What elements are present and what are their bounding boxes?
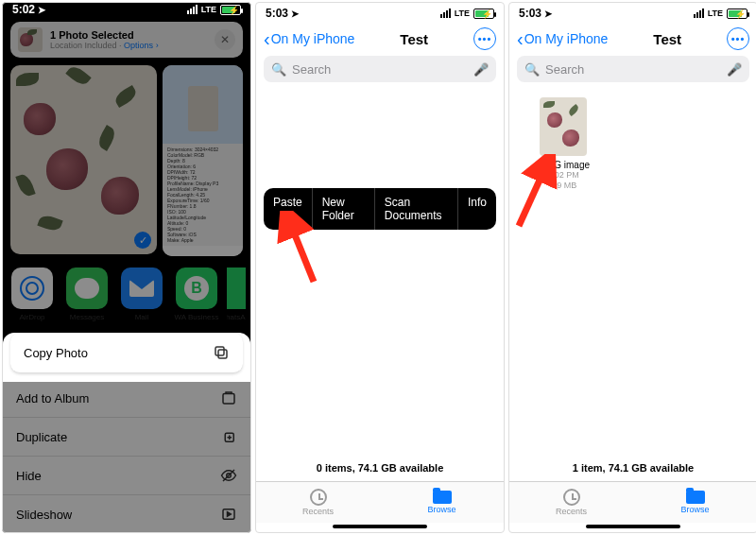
files-body[interactable]: Paste New Folder Scan Documents Info [256,88,504,457]
context-menu-arrow [284,215,298,222]
search-placeholder: Search [545,62,584,77]
file-name: JPEG image [534,160,593,170]
location-icon: ➤ [291,9,299,19]
file-item[interactable]: JPEG image 5:02 PM 4.9 MB [534,97,593,191]
options-link[interactable]: Options [124,41,153,50]
whatsapp-business-icon: B [176,268,217,309]
network-label: LTE [201,5,216,14]
whatsapp-business-button[interactable]: B WA Business [172,268,221,321]
clock-icon [310,489,327,506]
search-icon: 🔍 [271,62,286,77]
duplicate-action[interactable]: Duplicate [3,418,250,457]
mail-icon [121,268,163,309]
footer-info: 1 item, 74.1 GB available [509,457,756,481]
ellipsis-icon: ••• [478,33,492,44]
slideshow-action[interactable]: Slideshow [3,495,250,533]
nav-bar: ‹ On My iPhone Test ••• [509,24,756,54]
back-button[interactable]: ‹ On My iPhone [264,31,354,46]
signal-icon [694,9,704,18]
clock-icon [563,489,580,506]
file-size: 4.9 MB [534,181,593,191]
copy-photo-action[interactable]: Copy Photo [10,333,243,373]
network-label: LTE [455,9,470,18]
duplicate-icon [220,428,237,445]
messages-button[interactable]: Messages [62,268,112,321]
tab-recents[interactable]: Recents [509,482,633,523]
nav-title: Test [608,31,727,47]
svg-rect-0 [218,350,227,358]
eye-slash-icon [220,467,237,484]
svg-rect-2 [223,394,234,405]
more-button[interactable]: ••• [727,27,749,50]
network-label: LTE [708,9,723,18]
nav-title: Test [354,31,473,47]
header-thumbnail [18,27,43,52]
new-folder-menuitem[interactable]: New Folder [313,188,375,230]
battery-icon: ⚡ [473,9,494,19]
add-to-album-action[interactable]: Add to Album [3,379,250,418]
close-button[interactable]: ✕ [215,29,235,50]
search-field[interactable]: 🔍 Search 🎤 [264,56,496,82]
tab-browse[interactable]: Browse [380,482,504,523]
file-time: 5:02 PM [534,170,593,181]
search-placeholder: Search [292,62,331,77]
album-icon [220,389,237,406]
chevron-left-icon: ‹ [517,32,524,45]
nav-bar: ‹ On My iPhone Test ••• [256,24,504,54]
mic-icon[interactable]: 🎤 [473,62,489,77]
folder-icon [686,491,705,504]
mic-icon[interactable]: 🎤 [727,62,742,77]
footer-info: 0 items, 74.1 GB available [256,457,504,481]
selected-check-icon: ✓ [134,232,151,249]
file-thumbnail [540,97,587,156]
status-time: 5:03 [266,7,288,20]
copy-icon [213,344,230,361]
airdrop-icon [11,268,53,309]
scan-documents-menuitem[interactable]: Scan Documents [375,188,458,230]
hide-action[interactable]: Hide [3,457,250,495]
share-header: 1 Photo Selected Location Included · Opt… [10,22,243,58]
back-button[interactable]: ‹ On My iPhone [517,31,608,46]
context-menu: Paste New Folder Scan Documents Info [264,188,496,230]
status-bar: 5:03 ➤ LTE ⚡ [509,3,756,24]
tab-bar: Recents Browse [509,481,756,523]
share-title: 1 Photo Selected [50,29,159,41]
search-icon: 🔍 [524,62,540,77]
svg-rect-1 [215,347,224,355]
selected-photo-thumbnail[interactable]: ✓ [10,65,157,254]
battery-icon: ⚡ [727,9,747,19]
files-body[interactable]: JPEG image 5:02 PM 4.9 MB [509,88,756,457]
folder-icon [433,491,452,504]
chevron-left-icon: ‹ [264,32,270,45]
status-time: 5:03 [519,7,541,20]
location-icon: ➤ [544,9,552,19]
tab-browse[interactable]: Browse [633,482,756,523]
metadata-preview[interactable]: Dimensions: 3024×4032ColorModel: RGBDept… [163,65,243,256]
whatsapp-button[interactable]: WhatsApp [227,268,246,321]
status-bar: 5:03 ➤ LTE ⚡ [256,3,504,24]
status-time: 5:02 [12,3,35,16]
info-menuitem[interactable]: Info [458,188,496,230]
battery-icon: ⚡ [220,5,241,15]
play-rect-icon [220,506,237,523]
tab-bar: Recents Browse [256,481,504,523]
screen-files-item: 5:03 ➤ LTE ⚡ ‹ On My iPhone Test ••• 🔍 S… [508,2,756,533]
airdrop-button[interactable]: AirDrop [8,268,57,321]
share-subtitle: Location Included [50,41,117,50]
search-field[interactable]: 🔍 Search 🎤 [517,56,749,82]
status-bar: 5:02 ➤ LTE ⚡ [3,3,250,16]
close-icon: ✕ [220,33,230,46]
location-icon: ➤ [38,5,45,15]
mail-button[interactable]: Mail [117,268,166,321]
messages-icon [66,268,108,309]
ellipsis-icon: ••• [731,33,746,44]
paste-menuitem[interactable]: Paste [264,188,313,230]
share-apps-row: AirDrop Messages Mail B WA Business What… [3,262,250,331]
home-indicator [333,525,427,528]
whatsapp-icon [227,268,246,309]
preview-row: ✓ Dimensions: 3024×4032ColorModel: RGBDe… [3,61,250,262]
screen-files-empty: 5:03 ➤ LTE ⚡ ‹ On My iPhone Test ••• 🔍 S… [255,2,505,533]
tab-recents[interactable]: Recents [256,482,380,523]
signal-icon [440,9,451,18]
more-button[interactable]: ••• [473,27,496,50]
